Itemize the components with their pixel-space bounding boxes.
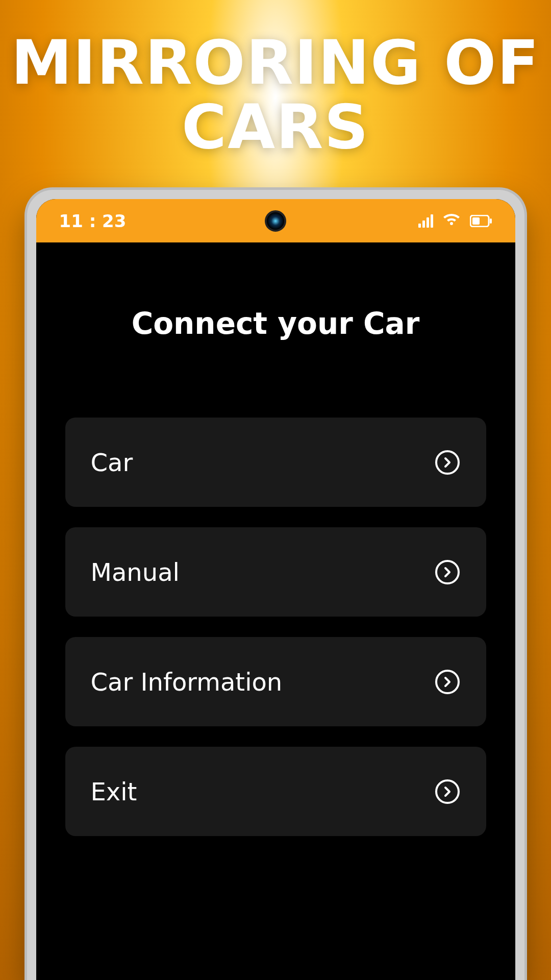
arrow-right-circle-icon: [434, 669, 461, 695]
promo-title: MIRRORING OF CARS: [11, 31, 540, 159]
promo-title-line1: MIRRORING OF: [11, 31, 540, 95]
svg-rect-1: [490, 218, 492, 224]
svg-rect-2: [472, 217, 480, 225]
menu-item-car-information[interactable]: Car Information: [65, 637, 486, 726]
statusbar-right: [418, 211, 492, 231]
phone-bezel: 11 : 23 Connect your Car Car: [36, 199, 515, 980]
menu-item-label: Manual: [91, 558, 180, 586]
statusbar-time: 11 : 23: [59, 211, 127, 231]
svg-point-3: [436, 451, 459, 474]
arrow-right-circle-icon: [434, 559, 461, 585]
menu-list: Car Manual Car Information Exit: [65, 418, 486, 836]
battery-icon: [470, 211, 492, 231]
menu-item-car[interactable]: Car: [65, 418, 486, 507]
phone-frame: 11 : 23 Connect your Car Car: [24, 187, 527, 980]
menu-item-exit[interactable]: Exit: [65, 747, 486, 836]
wifi-icon: [442, 211, 461, 231]
app-screen: Connect your Car Car Manual Car Informat…: [36, 242, 515, 980]
menu-item-label: Car Information: [91, 668, 283, 696]
menu-item-manual[interactable]: Manual: [65, 527, 486, 617]
status-bar: 11 : 23: [36, 199, 515, 242]
arrow-right-circle-icon: [434, 778, 461, 805]
svg-point-6: [436, 780, 459, 803]
svg-point-5: [436, 671, 459, 693]
page-title: Connect your Car: [132, 306, 420, 341]
promo-title-line2: CARS: [11, 95, 540, 159]
signal-icon: [418, 214, 433, 228]
menu-item-label: Exit: [91, 777, 137, 806]
front-camera: [265, 210, 286, 232]
svg-point-4: [436, 561, 459, 583]
arrow-right-circle-icon: [434, 449, 461, 476]
menu-item-label: Car: [91, 448, 133, 477]
